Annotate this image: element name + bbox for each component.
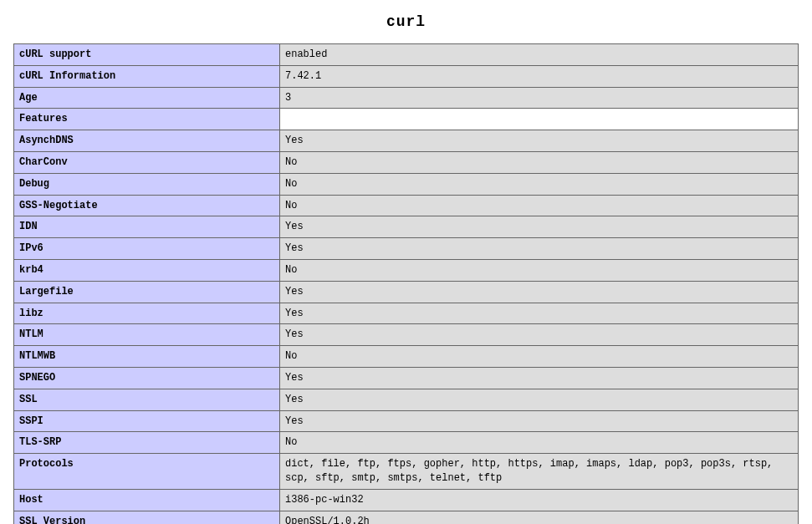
row-key: Features: [14, 109, 280, 130]
row-value: Yes: [280, 216, 799, 238]
row-value: Yes: [280, 410, 799, 432]
table-row: AsynchDNSYes: [14, 130, 799, 152]
row-key: NTLM: [14, 324, 280, 346]
row-value: No: [280, 346, 799, 368]
table-row: cURL supportenabled: [14, 44, 799, 66]
table-row: DebugNo: [14, 173, 799, 195]
row-key: AsynchDNS: [14, 130, 280, 152]
table-row: GSS-NegotiateNo: [14, 195, 799, 216]
row-value: 7.42.1: [280, 65, 799, 87]
table-row: SSLYes: [14, 389, 799, 410]
table-row: Hosti386-pc-win32: [14, 489, 799, 511]
row-value: Yes: [280, 367, 799, 389]
row-value: Yes: [280, 238, 799, 260]
table-row: Protocolsdict, file, ftp, ftps, gopher, …: [14, 454, 799, 490]
phpinfo-section: curl cURL supportenabledcURL Information…: [0, 0, 812, 524]
row-value: Yes: [280, 130, 799, 152]
row-value: 3: [280, 87, 799, 109]
row-value: No: [280, 432, 799, 454]
table-row: SPNEGOYes: [14, 367, 799, 389]
row-key: Debug: [14, 173, 280, 195]
row-value: i386-pc-win32: [280, 489, 799, 511]
row-value: OpenSSL/1.0.2h: [280, 511, 799, 524]
table-row: libzYes: [14, 303, 799, 324]
info-table: cURL supportenabledcURL Information7.42.…: [13, 43, 799, 524]
table-row: cURL Information7.42.1: [14, 65, 799, 87]
row-key: SSL: [14, 389, 280, 410]
row-value: Yes: [280, 281, 799, 303]
row-key: krb4: [14, 259, 280, 281]
table-row: IPv6Yes: [14, 238, 799, 260]
table-row: IDNYes: [14, 216, 799, 238]
row-key: IDN: [14, 216, 280, 238]
table-row: LargefileYes: [14, 281, 799, 303]
row-key: CharConv: [14, 151, 280, 173]
row-key: NTLMWB: [14, 346, 280, 368]
table-row: krb4No: [14, 259, 799, 281]
row-value: [280, 109, 799, 130]
table-row: TLS-SRPNo: [14, 432, 799, 454]
table-row: Age3: [14, 87, 799, 109]
info-table-body: cURL supportenabledcURL Information7.42.…: [14, 44, 799, 525]
row-key: cURL support: [14, 44, 280, 66]
row-key: GSS-Negotiate: [14, 195, 280, 216]
row-value: Yes: [280, 389, 799, 410]
section-title: curl: [13, 13, 799, 30]
row-key: Protocols: [14, 454, 280, 490]
table-row: SSPIYes: [14, 410, 799, 432]
row-key: Largefile: [14, 281, 280, 303]
row-key: TLS-SRP: [14, 432, 280, 454]
row-value: dict, file, ftp, ftps, gopher, http, htt…: [280, 454, 799, 490]
row-key: IPv6: [14, 238, 280, 260]
table-row: Features: [14, 109, 799, 130]
row-key: Age: [14, 87, 280, 109]
row-value: No: [280, 151, 799, 173]
row-value: No: [280, 195, 799, 216]
row-value: Yes: [280, 324, 799, 346]
row-value: No: [280, 259, 799, 281]
row-key: cURL Information: [14, 65, 280, 87]
row-value: No: [280, 173, 799, 195]
table-row: NTLMWBNo: [14, 346, 799, 368]
row-key: SSPI: [14, 410, 280, 432]
row-key: SSL Version: [14, 511, 280, 524]
table-row: CharConvNo: [14, 151, 799, 173]
row-value: enabled: [280, 44, 799, 66]
row-key: Host: [14, 489, 280, 511]
row-value: Yes: [280, 303, 799, 324]
table-row: NTLMYes: [14, 324, 799, 346]
row-key: libz: [14, 303, 280, 324]
row-key: SPNEGO: [14, 367, 280, 389]
table-row: SSL VersionOpenSSL/1.0.2h: [14, 511, 799, 524]
